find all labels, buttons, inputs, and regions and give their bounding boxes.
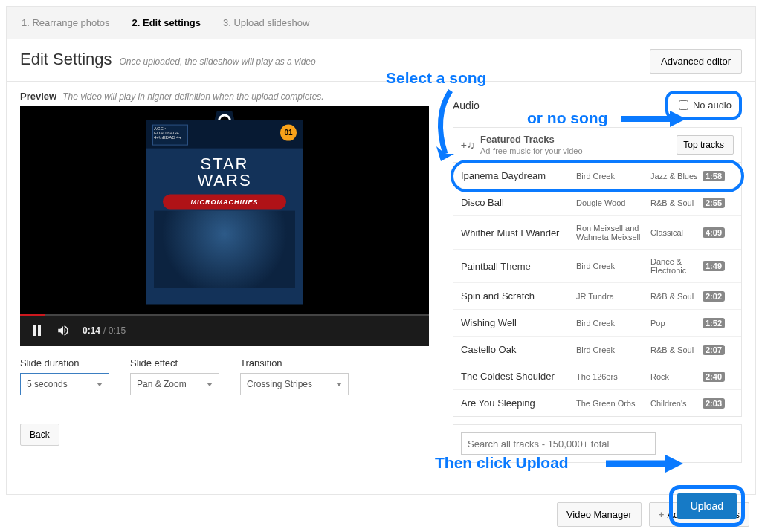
age-label: AGE • EDAD\nAGE 4+\nEDAD 4+ xyxy=(152,124,188,145)
track-duration: 2:03 xyxy=(703,398,725,409)
step-2: 2. Edit settings xyxy=(132,17,201,28)
track-row[interactable]: Spin and ScratchJR TundraR&B & Soul2:02 xyxy=(453,283,741,310)
track-artist: Bird Creek xyxy=(576,262,650,270)
slide-duration-label: Slide duration xyxy=(20,357,109,369)
search-tracks-input[interactable] xyxy=(461,432,656,455)
track-row[interactable]: Wishing WellBird CreekPop1:52 xyxy=(453,310,741,337)
track-duration: 1:52 xyxy=(703,318,725,328)
track-genre: Classical xyxy=(650,228,703,237)
track-row[interactable]: Paintball ThemeBird CreekDance & Electro… xyxy=(453,250,741,283)
track-artist: Bird Creek xyxy=(576,319,650,328)
chevron-down-icon xyxy=(336,383,342,386)
track-artist: JR Tundra xyxy=(576,292,650,301)
track-genre: R&B & Soul xyxy=(650,346,703,354)
track-artist: The 126ers xyxy=(576,372,650,381)
track-title: Wishing Well xyxy=(461,317,576,328)
track-title: Paintball Theme xyxy=(461,261,576,272)
video-preview[interactable]: AGE • EDAD\nAGE 4+\nEDAD 4+ 01 STAR WARS… xyxy=(20,106,429,346)
transition-label: Transition xyxy=(240,357,349,369)
no-audio-label: No audio xyxy=(693,100,732,111)
track-duration: 1:58 xyxy=(703,171,725,181)
track-title: Spin and Scratch xyxy=(461,291,576,302)
no-audio-checkbox[interactable] xyxy=(679,100,688,110)
brand-logo-line2: WARS xyxy=(146,170,303,189)
track-duration: 4:09 xyxy=(703,227,725,238)
track-title: Castello Oak xyxy=(461,344,576,355)
track-duration: 2:07 xyxy=(703,345,725,355)
track-genre: R&B & Soul xyxy=(650,198,703,207)
advanced-editor-button[interactable]: Advanced editor xyxy=(650,49,742,74)
track-artist: Dougie Wood xyxy=(576,198,650,207)
speaker-icon xyxy=(56,324,70,337)
track-artist: Bird Creek xyxy=(576,172,650,181)
step-1[interactable]: 1. Rearrange photos xyxy=(22,17,110,28)
no-audio-toggle[interactable]: No audio xyxy=(665,91,742,120)
featured-tracks-title: Featured Tracks xyxy=(480,134,583,145)
page-title: Edit Settings xyxy=(20,50,112,69)
slide-effect-dropdown[interactable]: Pan & Zoom xyxy=(130,373,219,395)
chevron-down-icon xyxy=(97,383,103,386)
track-duration: 2:02 xyxy=(703,291,725,302)
title-hint: Once uploaded, the slideshow will play a… xyxy=(120,56,316,67)
track-artist: The Green Orbs xyxy=(576,399,650,408)
track-artist: Bird Creek xyxy=(576,346,650,354)
video-duration: / 0:15 xyxy=(103,325,126,336)
add-music-icon: +♫ xyxy=(461,138,474,152)
step-3[interactable]: 3. Upload slideshow xyxy=(223,17,309,28)
track-row[interactable]: Whither Must I WanderRon Meixsell and Wa… xyxy=(453,216,741,250)
audio-section-label: Audio xyxy=(453,100,480,111)
track-genre: Rock xyxy=(650,372,703,381)
product-image-area xyxy=(154,210,295,288)
steps-nav: 1. Rearrange photos 2. Edit settings 3. … xyxy=(7,7,755,39)
slide-effect-label: Slide effect xyxy=(130,357,219,369)
track-genre: R&B & Soul xyxy=(650,292,703,301)
pause-icon xyxy=(33,325,41,336)
product-number-badge: 01 xyxy=(280,124,297,140)
back-button[interactable]: Back xyxy=(20,424,59,446)
featured-tracks-subtitle: Ad-free music for your video xyxy=(480,146,583,155)
track-duration: 2:55 xyxy=(703,198,725,208)
track-row[interactable]: Disco BallDougie WoodR&B & Soul2:55 xyxy=(453,189,741,216)
track-artist: Ron Meixsell and Wahneta Meixsell xyxy=(576,224,650,241)
track-genre: Pop xyxy=(650,319,703,328)
track-duration: 1:49 xyxy=(703,261,725,271)
upload-button[interactable]: Upload xyxy=(677,493,737,519)
pause-button[interactable] xyxy=(29,323,44,338)
subbrand-band: MICROMACHINES xyxy=(163,194,286,209)
preview-hint: The video will play in higher definition… xyxy=(62,91,324,102)
volume-button[interactable] xyxy=(56,323,71,338)
track-row[interactable]: The Coldest ShoulderThe 126ersRock2:40 xyxy=(453,363,741,390)
transition-dropdown[interactable]: Crossing Stripes xyxy=(240,373,349,395)
track-title: Whither Must I Wander xyxy=(461,227,576,239)
video-current-time: 0:14 xyxy=(83,325,100,336)
track-duration: 2:40 xyxy=(703,372,725,382)
top-tracks-dropdown[interactable]: Top tracks xyxy=(677,135,734,155)
track-row[interactable]: Are You SleepingThe Green OrbsChildren's… xyxy=(453,390,741,416)
slide-duration-dropdown[interactable]: 5 seconds xyxy=(20,373,109,395)
track-row[interactable]: Ipanema DaydreamBird CreekJazz & Blues1:… xyxy=(453,163,741,189)
track-title: The Coldest Shoulder xyxy=(461,371,576,382)
track-genre: Jazz & Blues xyxy=(650,172,703,181)
track-genre: Dance & Electronic xyxy=(650,257,703,275)
preview-label: Preview xyxy=(20,91,56,102)
track-row[interactable]: Castello OakBird CreekR&B & Soul2:07 xyxy=(453,337,741,363)
track-title: Ipanema Daydream xyxy=(461,170,576,181)
track-genre: Children's xyxy=(650,399,703,408)
track-list: Ipanema DaydreamBird CreekJazz & Blues1:… xyxy=(453,163,742,417)
chevron-down-icon xyxy=(207,383,213,386)
track-title: Disco Ball xyxy=(461,197,576,208)
track-title: Are You Sleeping xyxy=(461,398,576,409)
